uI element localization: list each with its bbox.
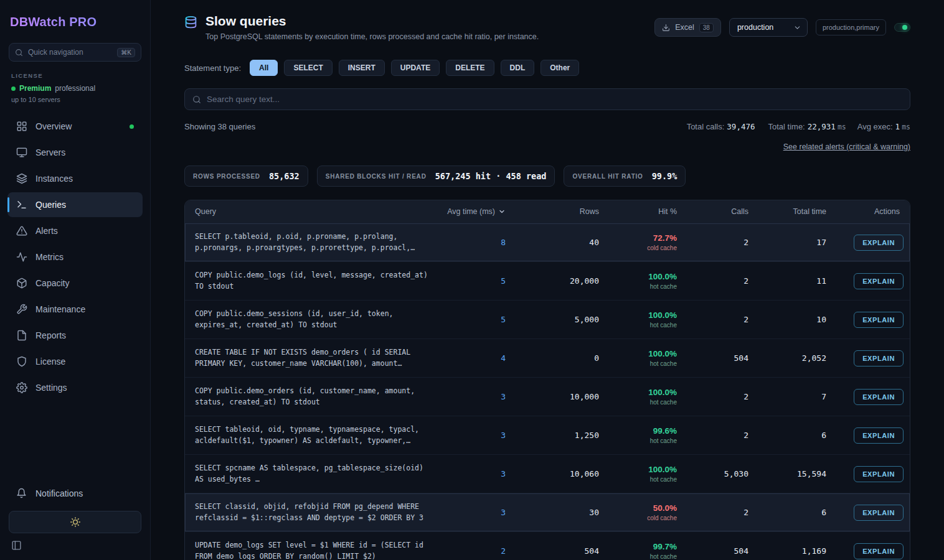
hit-ratio-cell: 99.6%hot cache [609, 426, 687, 444]
license-limit: up to 10 servers [11, 96, 139, 103]
sidebar-collapse-button[interactable] [11, 540, 24, 553]
column-query[interactable]: Query [185, 207, 447, 216]
hit-percent: 100.0% [648, 465, 677, 474]
sidebar-item-maintenance[interactable]: Maintenance [7, 297, 143, 322]
column-hit-pct[interactable]: Hit % [609, 207, 687, 216]
sidebar-bottom: Notifications [0, 482, 150, 560]
notifications-button[interactable]: Notifications [0, 482, 150, 505]
quick-navigation-search[interactable]: Quick navigation ⌘K [9, 43, 141, 62]
query-row[interactable]: SELECT classid, objid, refobjid FROM pg_… [185, 493, 910, 531]
cache-type-label: hot cache [650, 399, 677, 406]
sidebar-item-label: Instances [35, 174, 73, 184]
query-row[interactable]: SELECT spcname AS tablespace, pg_tablesp… [185, 454, 910, 493]
filter-ddl[interactable]: DDL [501, 60, 535, 76]
query-text: SELECT classid, objid, refobjid FROM pg_… [195, 502, 433, 523]
avg-exec: Avg exec:1ms [857, 122, 910, 131]
query-cell: SELECT p.tableoid, p.oid, p.proname, p.p… [185, 225, 447, 259]
sidebar-item-alerts[interactable]: Alerts [7, 218, 143, 243]
filter-all[interactable]: All [250, 60, 278, 76]
sidebar-item-queries[interactable]: Queries [7, 192, 143, 217]
filter-insert[interactable]: INSERT [339, 60, 385, 76]
query-row[interactable]: UPDATE demo_logs SET level = $1 WHERE id… [185, 531, 910, 560]
sidebar-item-capacity[interactable]: Capacity [7, 271, 143, 296]
explain-button[interactable]: EXPLAIN [854, 543, 904, 559]
query-cell: COPY public.demo_logs (id, level, messag… [185, 264, 447, 298]
query-row[interactable]: SELECT p.tableoid, p.oid, p.proname, p.p… [185, 223, 910, 261]
stat-card: SHARED BLOCKS HIT / READ567,245 hit · 45… [317, 166, 555, 187]
shortcut-badge: ⌘K [117, 48, 135, 57]
calls-cell: 504 [687, 353, 758, 363]
column-calls[interactable]: Calls [687, 207, 758, 216]
hit-percent: 99.6% [653, 426, 677, 436]
explain-button[interactable]: EXPLAIN [854, 312, 904, 328]
total-time-cell: 6 [758, 508, 836, 517]
gear-icon [16, 382, 27, 393]
hit-ratio-cell: 100.0%hot cache [609, 465, 687, 483]
filter-select[interactable]: SELECT [284, 60, 332, 76]
explain-button[interactable]: EXPLAIN [854, 466, 904, 482]
sidebar-item-reports[interactable]: Reports [7, 323, 143, 348]
avg-time-cell: 5 [447, 276, 516, 286]
export-excel-button[interactable]: Excel 38 [654, 18, 721, 37]
column-actions: Actions [836, 207, 910, 216]
sidebar-item-label: Overview [35, 121, 72, 131]
download-icon [662, 24, 670, 32]
actions-cell: EXPLAIN [836, 543, 910, 559]
calls-cell: 2 [687, 392, 758, 401]
query-row[interactable]: SELECT tableoid, oid, typname, typnamesp… [185, 416, 910, 454]
query-cell: SELECT tableoid, oid, typname, typnamesp… [185, 418, 447, 452]
query-row[interactable]: COPY public.demo_orders (id, customer_na… [185, 377, 910, 416]
explain-button[interactable]: EXPLAIN [854, 505, 904, 521]
statement-type-filters: AllSELECTINSERTUPDATEDELETEDDLOther [250, 60, 579, 76]
sidebar-item-overview[interactable]: Overview [7, 114, 143, 139]
explain-button[interactable]: EXPLAIN [854, 427, 904, 444]
query-cell: UPDATE demo_logs SET level = $1 WHERE id… [185, 534, 447, 560]
cache-type-label: hot cache [650, 437, 677, 444]
hit-percent: 100.0% [648, 349, 677, 358]
query-row[interactable]: CREATE TABLE IF NOT EXISTS demo_orders (… [185, 338, 910, 377]
app-root: DBWatch PRO Quick navigation ⌘K LICENSE … [0, 0, 944, 560]
query-cell: COPY public.demo_orders (id, customer_na… [185, 380, 447, 414]
explain-button[interactable]: EXPLAIN [854, 350, 904, 366]
explain-button[interactable]: EXPLAIN [854, 389, 904, 405]
avg-time-cell: 2 [447, 546, 516, 556]
alert-triangle-icon [16, 225, 27, 236]
related-alerts-link[interactable]: See related alerts (critical & warning) [783, 142, 910, 151]
explain-button[interactable]: EXPLAIN [854, 273, 904, 289]
license-plan: professional [55, 84, 95, 93]
hit-percent: 100.0% [648, 272, 677, 281]
actions-cell: EXPLAIN [836, 312, 910, 328]
query-row[interactable]: COPY public.demo_sessions (id, user_id, … [185, 300, 910, 338]
license-status-dot [11, 86, 16, 91]
environment-select[interactable]: production [729, 18, 808, 37]
theme-toggle-button[interactable] [9, 511, 141, 533]
filter-update[interactable]: UPDATE [391, 60, 440, 76]
column-rows[interactable]: Rows [516, 207, 609, 216]
explain-button[interactable]: EXPLAIN [854, 235, 904, 251]
layers-icon [16, 173, 27, 184]
sidebar-item-license[interactable]: License [7, 349, 143, 374]
calls-cell: 2 [687, 508, 758, 517]
actions-cell: EXPLAIN [836, 427, 910, 444]
rows-cell: 20,000 [516, 276, 609, 286]
sidebar-item-label: Reports [35, 330, 66, 340]
sidebar-item-servers[interactable]: Servers [7, 140, 143, 165]
live-toggle[interactable] [894, 23, 910, 32]
rows-cell: 10,060 [516, 469, 609, 478]
sidebar-item-metrics[interactable]: Metrics [7, 245, 143, 269]
filter-delete[interactable]: DELETE [446, 60, 494, 76]
sidebar-item-settings[interactable]: Settings [7, 375, 143, 400]
query-row[interactable]: COPY public.demo_logs (id, level, messag… [185, 261, 910, 300]
query-search-input[interactable] [207, 95, 902, 104]
panel-left-icon [11, 540, 22, 551]
total-time-cell: 11 [758, 276, 836, 286]
column-total-time[interactable]: Total time [758, 207, 836, 216]
sidebar-item-instances[interactable]: Instances [7, 166, 143, 191]
filter-other[interactable]: Other [540, 60, 579, 76]
avg-time-cell: 3 [447, 431, 516, 440]
app-logo: DBWatch PRO [0, 0, 150, 43]
result-count: Showing 38 queries [184, 122, 255, 131]
sidebar-item-label: Metrics [35, 252, 64, 262]
calls-cell: 2 [687, 315, 758, 324]
column-avg-time[interactable]: Avg time (ms) [447, 207, 516, 216]
